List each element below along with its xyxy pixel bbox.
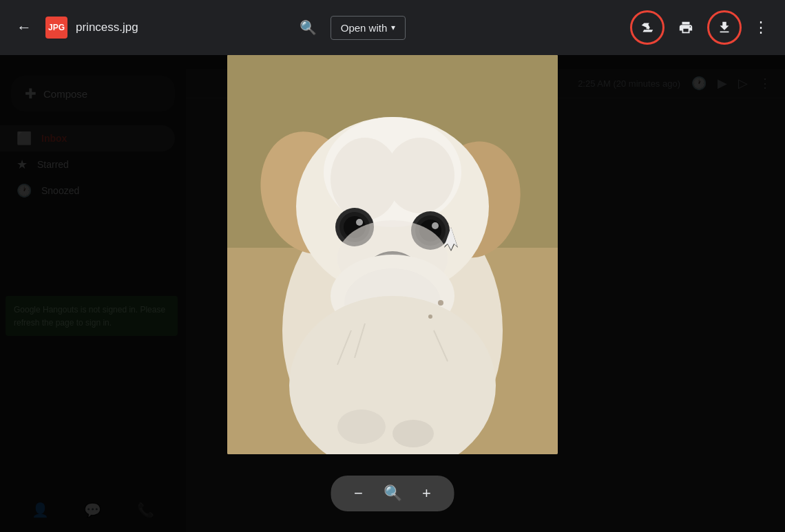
print-icon xyxy=(678,20,693,35)
red-circle-indicator xyxy=(630,10,664,45)
svg-point-17 xyxy=(432,222,439,229)
print-button[interactable] xyxy=(671,12,701,43)
file-name: princess.jpg xyxy=(76,21,286,34)
more-options-button[interactable]: ⋮ xyxy=(748,13,774,42)
image-viewer-overlay: ← JPG princess.jpg 🔍 Open with ▾ + xyxy=(0,0,785,532)
dog-image xyxy=(227,55,558,454)
download-button[interactable] xyxy=(709,12,740,43)
file-type-icon: JPG xyxy=(45,17,67,39)
dog-svg xyxy=(227,55,558,454)
search-button[interactable]: 🔍 xyxy=(294,14,322,41)
image-container xyxy=(227,55,558,454)
image-viewer-toolbar: ← JPG princess.jpg 🔍 Open with ▾ + xyxy=(0,0,785,55)
zoom-icon: 🔍 xyxy=(384,485,402,502)
chevron-down-icon: ▾ xyxy=(391,23,395,32)
svg-point-29 xyxy=(438,300,443,306)
red-circle-indicator-2 xyxy=(707,10,742,45)
open-with-button[interactable]: Open with ▾ xyxy=(331,16,406,40)
save-to-drive-button[interactable]: + xyxy=(632,12,662,43)
zoom-controls: − 🔍 + xyxy=(331,476,454,511)
zoom-in-button[interactable]: + xyxy=(416,482,438,504)
svg-point-24 xyxy=(337,409,386,444)
svg-point-13 xyxy=(356,219,363,226)
zoom-out-button[interactable]: − xyxy=(348,482,370,504)
svg-point-9 xyxy=(386,138,454,213)
svg-point-30 xyxy=(428,315,432,319)
svg-point-25 xyxy=(392,420,434,447)
open-with-label: Open with xyxy=(341,22,388,34)
back-button[interactable]: ← xyxy=(11,13,37,42)
